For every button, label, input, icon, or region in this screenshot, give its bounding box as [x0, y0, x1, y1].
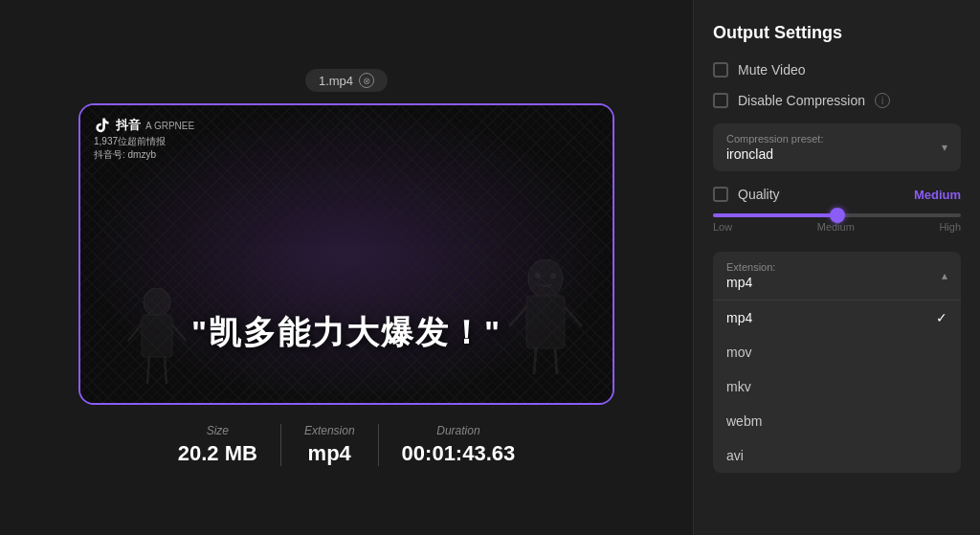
size-value: 20.2 MB — [178, 441, 257, 466]
compression-preset-value: ironclad — [726, 146, 947, 162]
extension-label: Extension — [304, 424, 355, 437]
tiktok-extra-text: A GRPNEE — [145, 121, 194, 131]
extension-option-avi[interactable]: avi — [713, 438, 961, 473]
compression-preset-label: Compression preset: — [726, 133, 947, 145]
video-info-bar: Size 20.2 MB Extension mp4 Duration 00:0… — [155, 424, 539, 466]
chevron-up-icon: ▴ — [942, 269, 947, 282]
extension-dropdown[interactable]: Extension: mp4 ▴ mp4 ✓ mov mkv webm avi — [713, 252, 961, 473]
slider-low-label: Low — [713, 221, 732, 233]
quality-label-row[interactable]: Quality — [713, 187, 780, 202]
settings-title: Output Settings — [713, 23, 961, 43]
extension-dropdown-label: Extension: — [726, 261, 947, 273]
slider-track — [713, 213, 961, 217]
quality-slider[interactable]: Low Medium High — [713, 210, 961, 236]
extension-options-list: mp4 ✓ mov mkv webm avi — [713, 300, 961, 473]
video-main-text: "凯多能力大爆发！" — [80, 311, 612, 355]
mute-video-row[interactable]: Mute Video — [713, 62, 961, 78]
extension-option-mov-label: mov — [726, 345, 751, 360]
video-extension-info: Extension mp4 — [280, 424, 378, 466]
slider-fill — [713, 213, 837, 217]
extension-option-mkv[interactable]: mkv — [713, 369, 961, 404]
mute-video-label: Mute Video — [738, 62, 806, 78]
right-panel: Output Settings Mute Video Disable Compr… — [693, 0, 980, 535]
quality-label: Quality — [738, 187, 780, 202]
extension-option-mp4[interactable]: mp4 ✓ — [713, 301, 961, 335]
video-tab[interactable]: 1.mp4 ⊗ — [305, 69, 388, 92]
checkmark-icon: ✓ — [936, 310, 947, 325]
extension-dropdown-value: mp4 — [726, 275, 947, 290]
video-duration-info: Duration 00:01:43.63 — [378, 424, 539, 466]
svg-point-7 — [550, 273, 556, 279]
tiktok-logo-row: 抖音 A GRPNEE — [94, 117, 194, 134]
extension-option-mp4-label: mp4 — [726, 310, 752, 325]
disable-compression-label: Disable Compression — [738, 93, 865, 108]
duration-value: 00:01:43.63 — [402, 441, 516, 466]
disable-compression-row[interactable]: Disable Compression i — [713, 93, 961, 108]
slider-high-label: High — [939, 221, 961, 233]
duration-label: Duration — [402, 424, 516, 437]
svg-point-6 — [535, 273, 541, 279]
extension-value: mp4 — [304, 441, 355, 466]
extension-option-webm-label: webm — [726, 413, 762, 429]
extension-option-webm[interactable]: webm — [713, 404, 961, 438]
extension-dropdown-header[interactable]: Extension: mp4 ▴ — [713, 252, 961, 300]
slider-thumb[interactable] — [830, 208, 845, 223]
video-tab-close-button[interactable]: ⊗ — [359, 73, 374, 88]
quality-value-label: Medium — [914, 188, 961, 202]
quality-checkbox[interactable] — [713, 187, 728, 202]
close-icon: ⊗ — [363, 76, 370, 86]
tiktok-watermark: 抖音 A GRPNEE 1,937位超前情报 抖音号: dmzyb — [94, 117, 194, 162]
compression-preset-dropdown[interactable]: Compression preset: ironclad ▾ — [713, 123, 961, 171]
tiktok-subtitle: 1,937位超前情报 — [94, 135, 194, 148]
mute-video-checkbox[interactable] — [713, 62, 728, 78]
chevron-down-icon: ▾ — [942, 141, 947, 154]
tiktok-icon — [94, 117, 111, 134]
disable-compression-checkbox[interactable] — [713, 93, 728, 108]
svg-line-11 — [165, 357, 167, 384]
tiktok-brand-text: 抖音 — [116, 117, 141, 134]
extension-option-avi-label: avi — [726, 448, 744, 463]
info-icon[interactable]: i — [875, 93, 890, 108]
quality-header: Quality Medium — [713, 187, 961, 202]
extension-option-mkv-label: mkv — [726, 379, 751, 394]
video-tab-filename: 1.mp4 — [319, 74, 353, 88]
svg-line-10 — [147, 357, 149, 384]
video-preview: 抖音 A GRPNEE 1,937位超前情报 抖音号: dmzyb "凯多能力大… — [78, 103, 614, 405]
tiktok-username: 抖音号: dmzyb — [94, 148, 194, 162]
svg-point-0 — [528, 259, 563, 298]
extension-option-mov[interactable]: mov — [713, 335, 961, 369]
left-panel: 1.mp4 ⊗ — [0, 0, 693, 535]
video-size-info: Size 20.2 MB — [155, 424, 280, 466]
video-background: 抖音 A GRPNEE 1,937位超前情报 抖音号: dmzyb "凯多能力大… — [80, 105, 612, 403]
video-tab-bar: 1.mp4 ⊗ — [305, 69, 388, 92]
quality-section: Quality Medium Low Medium High — [713, 187, 961, 236]
size-label: Size — [178, 424, 257, 437]
